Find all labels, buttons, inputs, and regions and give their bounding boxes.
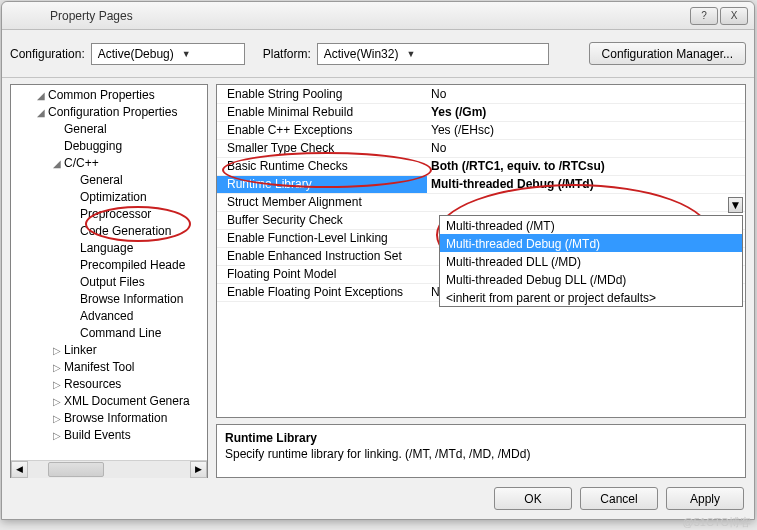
property-row[interactable]: Enable String PoolingNo bbox=[217, 85, 745, 103]
property-name: Enable C++ Exceptions bbox=[217, 121, 427, 139]
property-name: Smaller Type Check bbox=[217, 139, 427, 157]
tree-item[interactable]: Language bbox=[11, 240, 207, 257]
tree-item[interactable]: ▷XML Document Genera bbox=[11, 393, 207, 410]
ok-button[interactable]: OK bbox=[494, 487, 572, 510]
description-panel: Runtime Library Specify runtime library … bbox=[216, 424, 746, 478]
expander-icon[interactable]: ◢ bbox=[35, 104, 46, 121]
tree-item[interactable]: Preprocessor bbox=[11, 206, 207, 223]
tree-item-label: Preprocessor bbox=[78, 207, 153, 221]
tree-item[interactable]: ◢Common Properties bbox=[11, 87, 207, 104]
property-row[interactable]: Struct Member Alignment bbox=[217, 193, 745, 211]
cancel-button[interactable]: Cancel bbox=[580, 487, 658, 510]
property-name: Enable Floating Point Exceptions bbox=[217, 283, 427, 301]
tree-item[interactable]: ◢Configuration Properties bbox=[11, 104, 207, 121]
tree-item-label: Resources bbox=[62, 377, 123, 391]
description-title: Runtime Library bbox=[225, 431, 737, 445]
tree-item[interactable]: General bbox=[11, 172, 207, 189]
tree-item[interactable]: ▷Browse Information bbox=[11, 410, 207, 427]
tree-item-label: General bbox=[78, 173, 125, 187]
property-value[interactable]: Yes (/EHsc) bbox=[427, 121, 745, 139]
tree-item[interactable]: Advanced bbox=[11, 308, 207, 325]
configuration-select[interactable]: Active(Debug) ▼ bbox=[91, 43, 245, 65]
property-value[interactable]: No bbox=[427, 85, 745, 103]
expander-icon[interactable]: ◢ bbox=[51, 155, 62, 172]
dropdown-toggle[interactable]: ▼ bbox=[728, 197, 743, 213]
tree-item-label: Precompiled Heade bbox=[78, 258, 187, 272]
property-value[interactable] bbox=[427, 193, 745, 211]
tree-item-label: Debugging bbox=[62, 139, 124, 153]
property-value[interactable]: Both (/RTC1, equiv. to /RTCsu) bbox=[427, 157, 745, 175]
title-bar[interactable]: Property Pages ? X bbox=[2, 2, 754, 30]
property-row[interactable]: Enable Minimal RebuildYes (/Gm) bbox=[217, 103, 745, 121]
property-row[interactable]: Runtime LibraryMulti-threaded Debug (/MT… bbox=[217, 175, 745, 193]
window-title: Property Pages bbox=[8, 9, 690, 23]
tree-item-label: Language bbox=[78, 241, 135, 255]
tree-item[interactable]: ◢C/C++ bbox=[11, 155, 207, 172]
tree-item[interactable]: ▷Build Events bbox=[11, 427, 207, 444]
tree-item-label: Common Properties bbox=[46, 88, 157, 102]
scroll-track[interactable] bbox=[28, 461, 190, 478]
property-name: Enable Enhanced Instruction Set bbox=[217, 247, 427, 265]
tree-item-label: Output Files bbox=[78, 275, 147, 289]
apply-button[interactable]: Apply bbox=[666, 487, 744, 510]
tree-item[interactable]: ▷Linker bbox=[11, 342, 207, 359]
category-tree[interactable]: ◢Common Properties◢Configuration Propert… bbox=[10, 84, 208, 478]
expander-icon[interactable]: ▷ bbox=[51, 376, 62, 393]
tree-item[interactable]: General bbox=[11, 121, 207, 138]
tree-item[interactable]: Command Line bbox=[11, 325, 207, 342]
tree-item-label: Configuration Properties bbox=[46, 105, 179, 119]
dropdown-option[interactable]: <inherit from parent or project defaults… bbox=[440, 288, 742, 306]
tree-item[interactable]: Precompiled Heade bbox=[11, 257, 207, 274]
scroll-left-icon[interactable]: ◀ bbox=[11, 461, 28, 478]
tree-item[interactable]: Browse Information bbox=[11, 291, 207, 308]
property-row[interactable]: Enable C++ ExceptionsYes (/EHsc) bbox=[217, 121, 745, 139]
expander-icon[interactable]: ▷ bbox=[51, 393, 62, 410]
scroll-right-icon[interactable]: ▶ bbox=[190, 461, 207, 478]
expander-icon[interactable]: ▷ bbox=[51, 359, 62, 376]
description-body: Specify runtime library for linking. (/M… bbox=[225, 447, 737, 461]
property-row[interactable]: Smaller Type CheckNo bbox=[217, 139, 745, 157]
close-button[interactable]: X bbox=[720, 7, 748, 25]
configuration-manager-button[interactable]: Configuration Manager... bbox=[589, 42, 746, 65]
chevron-down-icon: ▼ bbox=[730, 198, 742, 212]
watermark: @51CTO博客 bbox=[683, 515, 751, 530]
property-name: Enable Function-Level Linking bbox=[217, 229, 427, 247]
dropdown-option[interactable]: Multi-threaded DLL (/MD) bbox=[440, 252, 742, 270]
expander-icon[interactable]: ▷ bbox=[51, 342, 62, 359]
horizontal-scrollbar[interactable]: ◀ ▶ bbox=[11, 460, 207, 477]
tree-item-label: Advanced bbox=[78, 309, 135, 323]
tree-item-label: C/C++ bbox=[62, 156, 101, 170]
tree-item[interactable]: ▷Manifest Tool bbox=[11, 359, 207, 376]
tree-item-label: Code Generation bbox=[78, 224, 173, 238]
runtime-library-dropdown[interactable]: Multi-threaded (/MT)Multi-threaded Debug… bbox=[439, 215, 743, 307]
property-value[interactable]: Yes (/Gm) bbox=[427, 103, 745, 121]
property-name: Runtime Library bbox=[217, 175, 427, 193]
tree-item-label: Browse Information bbox=[62, 411, 169, 425]
tree-item[interactable]: Optimization bbox=[11, 189, 207, 206]
configuration-value: Active(Debug) bbox=[98, 47, 174, 61]
property-row[interactable]: Basic Runtime ChecksBoth (/RTC1, equiv. … bbox=[217, 157, 745, 175]
expander-icon[interactable]: ▷ bbox=[51, 410, 62, 427]
property-grid: Enable String PoolingNoEnable Minimal Re… bbox=[216, 84, 746, 418]
tree-item[interactable]: Output Files bbox=[11, 274, 207, 291]
scroll-thumb[interactable] bbox=[48, 462, 104, 477]
expander-icon[interactable]: ◢ bbox=[35, 87, 46, 104]
chevron-down-icon: ▼ bbox=[182, 49, 191, 59]
dropdown-option[interactable]: Multi-threaded (/MT) bbox=[440, 216, 742, 234]
tree-item-label: Linker bbox=[62, 343, 99, 357]
property-name: Buffer Security Check bbox=[217, 211, 427, 229]
property-value[interactable]: No bbox=[427, 139, 745, 157]
tree-item-label: Browse Information bbox=[78, 292, 185, 306]
tree-item[interactable]: Debugging bbox=[11, 138, 207, 155]
property-value[interactable]: Multi-threaded Debug (/MTd) bbox=[427, 175, 745, 193]
dropdown-option[interactable]: Multi-threaded Debug DLL (/MDd) bbox=[440, 270, 742, 288]
expander-icon[interactable]: ▷ bbox=[51, 427, 62, 444]
property-name: Enable Minimal Rebuild bbox=[217, 103, 427, 121]
tree-item[interactable]: ▷Resources bbox=[11, 376, 207, 393]
help-button[interactable]: ? bbox=[690, 7, 718, 25]
platform-select[interactable]: Active(Win32) ▼ bbox=[317, 43, 549, 65]
tree-item-label: Manifest Tool bbox=[62, 360, 136, 374]
configuration-label: Configuration: bbox=[10, 47, 85, 61]
dropdown-option[interactable]: Multi-threaded Debug (/MTd) bbox=[440, 234, 742, 252]
tree-item[interactable]: Code Generation bbox=[11, 223, 207, 240]
